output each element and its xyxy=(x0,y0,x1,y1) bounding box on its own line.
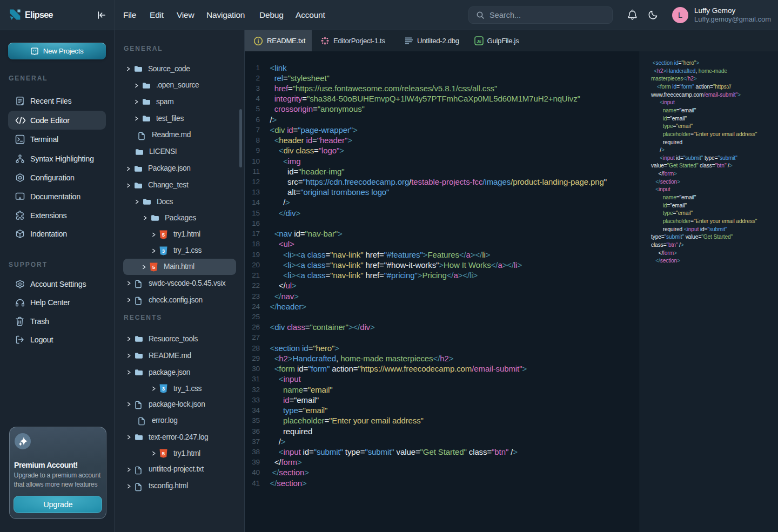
svg-text:5: 5 xyxy=(162,231,165,237)
svg-text:5: 5 xyxy=(152,264,156,270)
svg-text:3: 3 xyxy=(162,386,165,392)
svg-text:Js: Js xyxy=(477,39,481,44)
svg-text:5: 5 xyxy=(162,450,165,456)
svg-text:3: 3 xyxy=(162,247,165,253)
